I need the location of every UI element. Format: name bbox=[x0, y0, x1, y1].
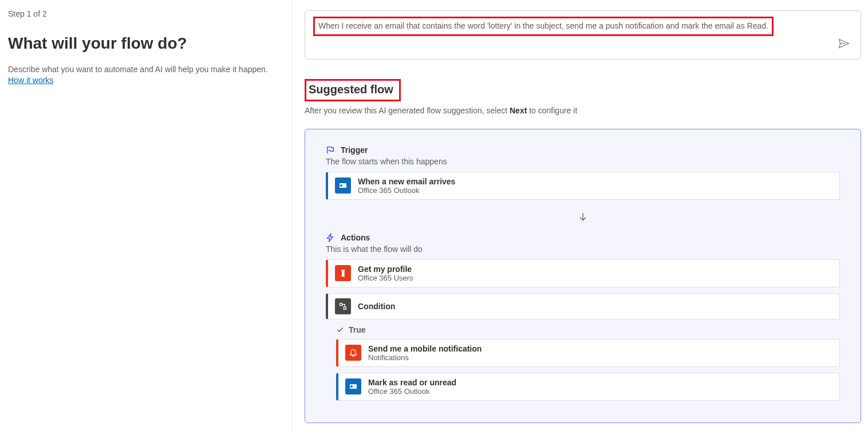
suggested-flow-heading: Suggested flow bbox=[309, 83, 393, 96]
prompt-input-container[interactable]: When I receive an email that contains th… bbox=[305, 10, 861, 60]
actions-section-header: Actions bbox=[326, 233, 840, 242]
left-pane: Step 1 of 2 What will your flow do? Desc… bbox=[0, 0, 292, 434]
trigger-card[interactable]: When a new email arrives Office 365 Outl… bbox=[326, 172, 840, 200]
page-title: What will your flow do? bbox=[8, 34, 282, 53]
true-action1-connector: Notifications bbox=[368, 353, 482, 362]
svg-point-2 bbox=[340, 184, 342, 187]
action-card-notification[interactable]: Send me a mobile notification Notificati… bbox=[336, 339, 840, 367]
trigger-subtext: The flow starts when this happens bbox=[326, 157, 840, 166]
trigger-connector: Office 365 Outlook bbox=[358, 186, 455, 195]
suggested-flow-heading-box: Suggested flow bbox=[305, 79, 401, 101]
trigger-label: Trigger bbox=[341, 145, 368, 155]
right-pane: When I receive an email that contains th… bbox=[292, 0, 868, 434]
actions-label: Actions bbox=[341, 233, 370, 242]
sf-sub-before: After you review this AI generated flow … bbox=[305, 106, 510, 115]
page-subtitle: Describe what you want to automate and A… bbox=[8, 64, 282, 76]
sf-sub-bold: Next bbox=[510, 106, 527, 115]
true-branch: True Send me a mobile notification Notif… bbox=[336, 325, 840, 401]
send-icon bbox=[838, 37, 850, 50]
send-button[interactable] bbox=[835, 35, 853, 52]
condition-icon bbox=[335, 298, 351, 314]
office-icon bbox=[335, 265, 351, 281]
flow-card: Trigger The flow starts when this happen… bbox=[305, 129, 861, 423]
true-action1-title: Send me a mobile notification bbox=[368, 344, 482, 353]
arrow-down-icon bbox=[326, 206, 840, 233]
step-indicator: Step 1 of 2 bbox=[8, 9, 282, 18]
flag-icon bbox=[326, 145, 335, 155]
action-card-condition[interactable]: Condition bbox=[326, 293, 840, 319]
true-label-text: True bbox=[349, 325, 366, 334]
how-it-works-link[interactable]: How it works bbox=[8, 76, 53, 85]
actions-subtext: This is what the flow will do bbox=[326, 244, 840, 254]
true-branch-label: True bbox=[336, 325, 840, 334]
true-action2-title: Mark as read or unread bbox=[368, 378, 456, 387]
trigger-section-header: Trigger bbox=[326, 145, 840, 155]
true-action2-connector: Office 365 Outlook bbox=[368, 387, 456, 396]
bolt-icon bbox=[326, 233, 335, 242]
action1-title: Get my profile bbox=[358, 265, 413, 274]
outlook-icon bbox=[345, 378, 361, 394]
action-card-mark-read[interactable]: Mark as read or unread Office 365 Outloo… bbox=[336, 373, 840, 401]
prompt-text: When I receive an email that contains th… bbox=[313, 17, 774, 36]
check-icon bbox=[336, 326, 344, 334]
sf-sub-after: to configure it bbox=[527, 106, 577, 115]
condition-title: Condition bbox=[358, 302, 395, 311]
bell-icon bbox=[345, 345, 361, 361]
trigger-title: When a new email arrives bbox=[358, 177, 455, 186]
svg-point-6 bbox=[350, 385, 353, 388]
outlook-icon bbox=[335, 177, 351, 194]
svg-rect-3 bbox=[340, 303, 342, 305]
action1-connector: Office 365 Users bbox=[358, 274, 413, 282]
suggested-flow-subtext: After you review this AI generated flow … bbox=[305, 106, 861, 115]
action-card-get-profile[interactable]: Get my profile Office 365 Users bbox=[326, 259, 840, 287]
svg-rect-4 bbox=[344, 307, 346, 309]
